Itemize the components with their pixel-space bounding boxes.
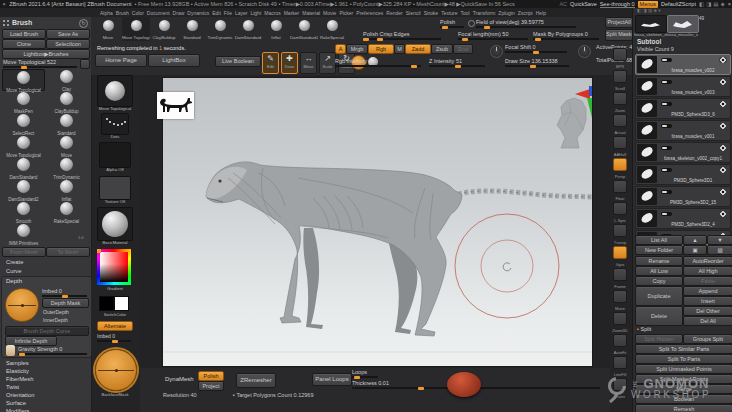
- close-icon[interactable]: ×: [728, 1, 731, 7]
- outer-depth-slider[interactable]: OuterDepth: [43, 309, 69, 315]
- palette-section-header[interactable]: Twist: [6, 383, 97, 391]
- shelf-icon-button[interactable]: BPR: [610, 47, 630, 69]
- shelf-icon-button[interactable]: AutoFit: [610, 333, 630, 355]
- menu-item[interactable]: Zplugin: [498, 10, 514, 16]
- section-create[interactable]: Create: [6, 259, 23, 265]
- dock-handle-icon[interactable]: [3, 20, 9, 26]
- menu-item[interactable]: Alpha: [100, 10, 113, 16]
- autoreorder-button[interactable]: AutoReorder: [683, 256, 732, 266]
- subtool-down-button[interactable]: ▼: [707, 235, 732, 245]
- palette-section-header[interactable]: Samples: [6, 359, 97, 367]
- mask-by-polygroups-slider[interactable]: Mask By Polygroups 0: [533, 31, 599, 37]
- subtool-item[interactable]: PM3D_Sphere3D1: [635, 164, 731, 185]
- brush-grid-item[interactable]: Standard: [45, 113, 88, 135]
- polypaint-toggle[interactable]: [661, 58, 672, 62]
- quick-brush-thumb[interactable]: DamStandard2: [290, 17, 318, 41]
- split-hidden-button[interactable]: Split Hidden: [635, 334, 683, 344]
- zcut-button[interactable]: Zcut: [453, 44, 473, 54]
- panel-loops-button[interactable]: Panel Loops: [312, 373, 352, 386]
- split-to-parts-button[interactable]: Split To Parts: [635, 354, 732, 364]
- refresh-icon[interactable]: ↻: [79, 19, 88, 28]
- subtool-item[interactable]: PM3D_Sphere3D2_15: [635, 186, 731, 207]
- see-through-slider[interactable]: See-through 0: [600, 1, 635, 8]
- gizmo-y-arrow[interactable]: [587, 98, 592, 118]
- rgb-intensity-slider[interactable]: Rgb Intensity 100: [335, 58, 421, 64]
- shelf-icon-button[interactable]: Frame: [610, 267, 630, 289]
- quick-brush-thumb[interactable]: Inflat: [262, 17, 290, 41]
- polypaint-toggle[interactable]: [661, 124, 672, 128]
- depth-circle-widget[interactable]: [5, 288, 39, 322]
- clay-blob-preview[interactable]: [447, 372, 481, 397]
- subtool-item[interactable]: PM3D_Sphere3D3_6: [635, 98, 731, 119]
- reference-head-mesh[interactable]: [557, 98, 586, 148]
- brush-grid-item[interactable]: ClayBuildup: [45, 91, 88, 113]
- visibility-eye-icon[interactable]: [719, 123, 727, 129]
- append-button[interactable]: Append: [683, 286, 732, 296]
- visibility-eye-icon[interactable]: [719, 57, 727, 63]
- split-similar-button[interactable]: Split To Similar Parts: [635, 344, 732, 354]
- menu-item[interactable]: Layer: [235, 10, 248, 16]
- subtool-header[interactable]: Subtool: [637, 38, 661, 45]
- panel-mini-icons[interactable]: ◧ ◨ ▤ ◈ ▾: [637, 8, 660, 13]
- mrgb-button[interactable]: Mrgb: [346, 44, 368, 54]
- brush-grid-item[interactable]: Move Topological: [2, 69, 45, 91]
- menu-item[interactable]: Draw: [173, 10, 185, 16]
- menu-item[interactable]: File: [224, 10, 232, 16]
- backface-depth-circle[interactable]: [95, 349, 137, 391]
- slider-reset-button[interactable]: [80, 59, 90, 69]
- layout-icon[interactable]: ▤: [713, 1, 718, 7]
- default-zscript-button[interactable]: DefaultZScript: [661, 1, 696, 7]
- quick-brush-thumb[interactable]: RakeSpecial: [318, 17, 346, 41]
- save-as-button[interactable]: Save As: [46, 29, 90, 39]
- lightbox-button[interactable]: LightBox: [148, 54, 200, 67]
- visibility-eye-icon[interactable]: [719, 167, 727, 173]
- inner-depth-slider[interactable]: InnerDepth: [43, 317, 68, 323]
- del-other-button[interactable]: Del Other: [683, 306, 732, 316]
- rename-button[interactable]: Rename: [635, 256, 683, 266]
- z-intensity-slider[interactable]: Z Intensity 51: [429, 58, 485, 64]
- shelf-icon-button[interactable]: Actual: [610, 113, 630, 135]
- menu-item[interactable]: Texture: [441, 10, 457, 16]
- all-high-button[interactable]: All High: [683, 266, 732, 276]
- layout-icon[interactable]: ◧: [699, 1, 704, 7]
- gizmo-x-arrow[interactable]: [575, 89, 590, 99]
- shelf-icon-button[interactable]: AAHalf: [610, 135, 630, 157]
- palette-section-header[interactable]: Modifiers: [6, 407, 97, 412]
- imbed-mini-slider[interactable]: Imbed 0: [97, 333, 131, 339]
- menu-item[interactable]: Macros: [264, 10, 280, 16]
- clone-button[interactable]: Clone: [2, 39, 46, 49]
- texture-thumb[interactable]: [99, 176, 131, 200]
- menu-item[interactable]: Brush: [116, 10, 129, 16]
- polish-crisp-edges-slider[interactable]: Polish Crisp Edges: [363, 31, 441, 37]
- list-all-button[interactable]: List All: [635, 235, 683, 245]
- menu-item[interactable]: Zscript: [518, 10, 533, 16]
- del-all-button[interactable]: Del All: [683, 316, 732, 326]
- split-masked-button[interactable]: Split Masked Points: [635, 374, 732, 384]
- section-curve[interactable]: Curve: [6, 268, 21, 274]
- brush-grid-item[interactable]: SelectRect: [2, 113, 45, 135]
- resolution-slider[interactable]: Resolution 40: [163, 392, 197, 398]
- visibility-eye-icon[interactable]: [719, 79, 727, 85]
- transform-tool-button[interactable]: ✎ Edit: [262, 52, 279, 74]
- menu-item[interactable]: Color: [132, 10, 144, 16]
- layout-icon[interactable]: ◨: [706, 1, 711, 7]
- from-mesh-button[interactable]: From Mesh: [2, 247, 46, 257]
- all-low-button[interactable]: All Low: [635, 266, 683, 276]
- viewport[interactable]: [140, 75, 610, 368]
- zadd-button[interactable]: Zadd: [405, 44, 431, 54]
- boolean-button[interactable]: Boolean: [635, 394, 732, 404]
- shelf-icon-button[interactable]: Zoom: [610, 91, 630, 113]
- menu-item[interactable]: Transform: [473, 10, 496, 16]
- tool-thumb-muscles[interactable]: [667, 15, 699, 33]
- subtool-item[interactable]: fossa_skeleton_v002_copy1: [635, 142, 731, 163]
- brush-grid-item[interactable]: DamStandard2: [2, 179, 45, 201]
- brush-grid-item[interactable]: Smooth: [2, 201, 45, 223]
- draw-size-dial-icon[interactable]: [578, 45, 591, 58]
- copy-button[interactable]: Copy: [635, 276, 683, 286]
- menu-item[interactable]: Help: [536, 10, 546, 16]
- shelf-icon-button[interactable]: Persp: [610, 157, 630, 179]
- color-picker[interactable]: [97, 249, 131, 285]
- main-color-swatch[interactable]: [99, 296, 114, 311]
- polypaint-toggle[interactable]: [661, 190, 672, 194]
- menu-item[interactable]: Light: [250, 10, 261, 16]
